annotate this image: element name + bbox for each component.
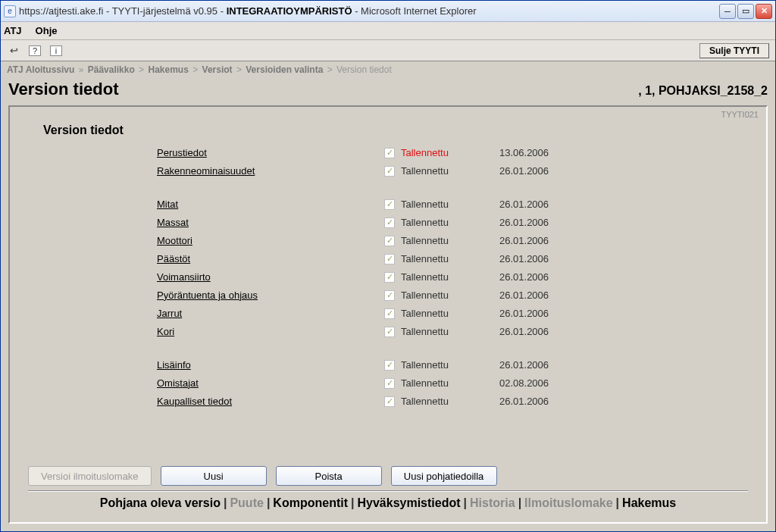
crumb-3[interactable]: Versiot <box>202 64 233 75</box>
ie-icon: e <box>4 5 16 17</box>
footer-link[interactable]: Hakemus <box>622 496 676 509</box>
close-button[interactable]: ✕ <box>756 4 772 19</box>
footer-separator <box>28 490 748 492</box>
back-icon[interactable]: ↩ <box>7 44 20 58</box>
version-link[interactable]: Perustiedot <box>157 147 207 158</box>
titlebar: e https://atjtesti.ake.fi - TYYTI-järjes… <box>1 1 775 22</box>
version-row: Pyöräntuenta ja ohjaus✓Tallennettu26.01.… <box>157 286 748 304</box>
footer-link[interactable]: Puute <box>230 496 263 509</box>
saved-checkbox: ✓ <box>384 272 395 283</box>
saved-checkbox: ✓ <box>384 217 395 228</box>
help-icon[interactable]: ? <box>28 44 42 58</box>
uusi-pohjatiedoilla-button[interactable]: Uusi pohjatiedoilla <box>391 466 497 486</box>
version-link[interactable]: Rakenneominaisuudet <box>157 165 255 177</box>
footer-link[interactable]: Pohjana oleva versio <box>100 496 221 509</box>
menu-ohje[interactable]: Ohje <box>36 25 58 36</box>
version-link[interactable]: Massat <box>157 217 189 228</box>
status-label: Tallennettu <box>401 289 499 301</box>
page-header-right: , 1, POHJAKSI_2158_2 <box>638 84 768 98</box>
crumb-4[interactable]: Versioiden valinta <box>246 64 323 75</box>
saved-checkbox: ✓ <box>384 327 395 337</box>
info-icon[interactable]: i <box>49 44 63 58</box>
close-tyyti-button[interactable]: Sulje TYYTI <box>699 43 769 58</box>
status-label: Tallennettu <box>401 359 499 371</box>
button-row: Versioi ilmoituslomake Uusi Poista Uusi … <box>28 462 748 490</box>
version-link[interactable]: Omistajat <box>157 377 199 389</box>
version-link[interactable]: Pyöräntuenta ja ohjaus <box>157 289 258 301</box>
titlebar-app: TYYTI-järjestelmä v0.95 <box>112 5 217 17</box>
crumb-0[interactable]: ATJ Aloitussivu <box>7 64 74 75</box>
titlebar-browser: Microsoft Internet Explorer <box>361 5 476 17</box>
titlebar-text: https://atjtesti.ake.fi - TYYTI-järjeste… <box>19 5 719 17</box>
version-link[interactable]: Moottori <box>157 235 192 246</box>
saved-checkbox: ✓ <box>384 199 395 210</box>
date-label: 26.01.2006 <box>499 289 605 301</box>
version-link[interactable]: Kaupalliset tiedot <box>157 396 232 407</box>
version-row: Omistajat✓Tallennettu02.08.2006 <box>157 374 748 392</box>
saved-checkbox: ✓ <box>384 360 395 371</box>
version-link[interactable]: Mitat <box>157 199 178 210</box>
date-label: 26.01.2006 <box>499 308 605 319</box>
version-row: Rakenneominaisuudet✓Tallennettu26.01.200… <box>157 161 748 180</box>
status-label: Tallennettu <box>401 326 499 337</box>
menubar: ATJ Ohje <box>1 22 775 40</box>
version-row: Moottori✓Tallennettu26.01.2006 <box>157 231 748 249</box>
crumb-1[interactable]: Päävalikko <box>88 64 135 75</box>
saved-checkbox: ✓ <box>384 254 395 264</box>
status-label: Tallennettu <box>401 165 499 177</box>
date-label: 26.01.2006 <box>499 253 605 264</box>
footer-link[interactable]: Ilmoituslomake <box>524 496 612 509</box>
crumb-current: Version tiedot <box>336 64 392 75</box>
titlebar-env: INTEGRAATIOYMPÄRISTÖ <box>227 5 352 17</box>
window-buttons: ─ ▭ ✕ <box>719 4 772 19</box>
maximize-button[interactable]: ▭ <box>737 4 754 19</box>
status-label: Tallennettu <box>401 199 499 210</box>
date-label: 02.08.2006 <box>499 377 605 389</box>
status-label: Tallennettu <box>401 396 499 407</box>
version-link[interactable]: Voimansiirto <box>157 271 211 283</box>
panel-id: TYYTI021 <box>721 110 759 119</box>
status-label: Tallennettu <box>401 217 499 228</box>
status-label: Tallennettu <box>401 147 499 158</box>
titlebar-url: https://atjtesti.ake.fi <box>19 5 103 17</box>
status-label: Tallennettu <box>401 271 499 283</box>
status-label: Tallennettu <box>401 235 499 246</box>
status-label: Tallennettu <box>401 308 499 319</box>
status-label: Tallennettu <box>401 377 499 389</box>
footer-link[interactable]: Hyväksymistiedot <box>358 496 461 509</box>
saved-checkbox: ✓ <box>384 290 395 301</box>
minimize-button[interactable]: ─ <box>719 4 736 19</box>
version-link[interactable]: Päästöt <box>157 253 190 264</box>
date-label: 26.01.2006 <box>499 235 605 246</box>
date-label: 26.01.2006 <box>499 165 605 177</box>
poista-button[interactable]: Poista <box>276 466 382 486</box>
status-label: Tallennettu <box>401 253 499 264</box>
saved-checkbox: ✓ <box>384 396 395 407</box>
version-link[interactable]: Lisäinfo <box>157 359 191 371</box>
versioi-button: Versioi ilmoituslomake <box>28 466 152 486</box>
version-link[interactable]: Jarrut <box>157 308 182 319</box>
date-label: 26.01.2006 <box>499 217 605 228</box>
crumb-2[interactable]: Hakemus <box>148 64 188 75</box>
version-rows: Perustiedot✓Tallennettu13.06.2006Rakenne… <box>157 143 748 410</box>
date-label: 26.01.2006 <box>499 271 605 283</box>
menu-atj[interactable]: ATJ <box>4 25 22 36</box>
date-label: 26.01.2006 <box>499 396 605 407</box>
footer-link[interactable]: Historia <box>470 496 515 509</box>
version-link[interactable]: Kori <box>157 326 174 337</box>
date-label: 26.01.2006 <box>499 359 605 371</box>
page-title: Version tiedot <box>8 80 118 99</box>
section-title: Version tiedot <box>43 124 748 137</box>
uusi-button[interactable]: Uusi <box>161 466 267 486</box>
saved-checkbox: ✓ <box>384 166 395 177</box>
footer-links: Pohjana oleva versio|Puute|Komponentit|H… <box>28 496 748 515</box>
page-header: Version tiedot , 1, POHJAKSI_2158_2 <box>1 77 775 105</box>
toolbar: ↩ ? i Sulje TYYTI <box>1 40 775 61</box>
date-label: 13.06.2006 <box>499 147 605 158</box>
date-label: 26.01.2006 <box>499 199 605 210</box>
footer-link[interactable]: Komponentit <box>273 496 348 509</box>
saved-checkbox: ✓ <box>384 236 395 246</box>
version-row: Kaupalliset tiedot✓Tallennettu26.01.2006 <box>157 392 748 410</box>
date-label: 26.01.2006 <box>499 326 605 337</box>
version-row: Jarrut✓Tallennettu26.01.2006 <box>157 304 748 322</box>
